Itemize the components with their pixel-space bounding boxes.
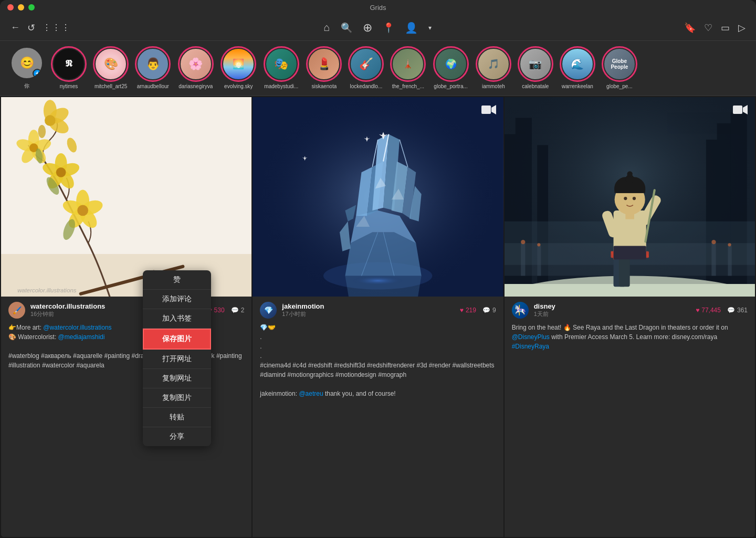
titlebar: Grids — [0, 0, 756, 15]
close-button[interactable] — [7, 4, 14, 10]
post2-footer: 💎 jakeinmotion 17小时前 ♥ 219 💬 9 💎🤝... #ci… — [253, 297, 503, 403]
svg-point-18 — [56, 167, 66, 177]
story-label-darias: dariasnegiryva — [178, 83, 213, 89]
toolbar-center: ⌂ 🔍 ⊕ 📍 👤 ▾ — [71, 21, 684, 35]
story-label-globepe: globe_pe... — [606, 83, 633, 89]
send-icon[interactable]: ▷ — [738, 22, 746, 34]
post3-comments: 💬 361 — [727, 307, 748, 314]
context-comment[interactable]: 添加评论 — [143, 290, 211, 309]
context-copy-image[interactable]: 复制图片 — [143, 388, 211, 408]
post-image-watercolor[interactable]: watercolor.illustrations 赞 添加评论 加入书签 保存图… — [1, 97, 251, 297]
svg-point-82 — [728, 243, 731, 246]
chevron-down-icon[interactable]: ▾ — [428, 24, 432, 31]
story-iammoteh[interactable]: 🎵 iammoteh — [477, 48, 510, 89]
story-label-siska: siskaenota — [311, 83, 337, 89]
story-label-mitchell: mitchell_art25 — [94, 83, 127, 89]
context-menu: 赞 添加评论 加入书签 保存图片 打开网址 复制网址 复制图片 转贴 分享 — [143, 270, 211, 446]
app-title: Grids — [370, 4, 386, 12]
story-label-nytimes: nytimes — [60, 83, 78, 89]
post-image-disney[interactable] — [505, 97, 755, 297]
post3-caption: Bring on the heat! 🔥 See Raya and the La… — [512, 321, 748, 351]
location-icon[interactable]: 📍 — [383, 22, 394, 34]
story-globe-portra[interactable]: 🌍 globe_portra... — [434, 48, 468, 89]
video-icon-post3 — [733, 104, 748, 115]
story-madeby[interactable]: 🎭 madebystudi... — [264, 48, 298, 89]
story-label-evolving: evolving.sky — [224, 83, 253, 89]
post1-comments: 💬 2 — [231, 307, 245, 314]
post-watercolor: watercolor.illustrations 赞 添加评论 加入书签 保存图… — [1, 97, 251, 537]
home-icon[interactable]: ⌂ — [323, 22, 330, 34]
minimize-button[interactable] — [18, 4, 24, 10]
story-french[interactable]: 🗼 the_french_... — [392, 48, 424, 89]
svg-rect-98 — [733, 106, 742, 114]
context-open-url[interactable]: 打开网址 — [143, 350, 211, 369]
post2-likes: ♥ 219 — [460, 307, 476, 314]
monitor-icon[interactable]: ▭ — [721, 22, 730, 34]
post1-username[interactable]: watercolor.illustrations — [30, 302, 105, 310]
add-icon[interactable]: ⊕ — [363, 21, 372, 35]
svg-rect-79 — [711, 243, 716, 276]
svg-point-78 — [537, 243, 540, 246]
context-bookmark[interactable]: 加入书签 — [143, 309, 211, 329]
story-warren[interactable]: 🌊 warrenkeelan — [561, 48, 594, 89]
post-crystal: 💎 jakeinmotion 17小时前 ♥ 219 💬 9 💎🤝... #ci… — [253, 97, 503, 537]
post-image-crystal[interactable] — [253, 97, 503, 297]
profile-icon[interactable]: 👤 — [405, 22, 418, 34]
context-like[interactable]: 赞 — [143, 270, 211, 290]
svg-text:watercolor.illustrations: watercolor.illustrations — [17, 287, 77, 293]
story-mitchell[interactable]: 🎨 mitchell_art25 — [94, 48, 127, 89]
svg-point-94 — [624, 197, 627, 200]
story-arnaud[interactable]: 👨 arnaudbellour — [136, 48, 169, 89]
story-darias[interactable]: 🌸 dariasnegiryva — [178, 48, 213, 89]
svg-point-95 — [633, 197, 636, 200]
post2-time: 17小时前 — [282, 310, 324, 318]
story-label-madeby: madebystudi... — [264, 83, 298, 89]
your-avatar: 😊 + — [10, 47, 43, 79]
post2-caption: 💎🤝... #cinema4d #c4d #redshift #redshift… — [260, 321, 496, 398]
bookmark-icon[interactable]: 🔖 — [684, 22, 696, 34]
add-story-icon: + — [33, 69, 42, 78]
svg-rect-88 — [613, 246, 646, 259]
svg-point-6 — [45, 115, 56, 126]
post2-avatar: 💎 — [260, 302, 277, 319]
back-button[interactable]: ← — [10, 22, 20, 33]
story-label-iammoteh: iammoteh — [482, 83, 505, 89]
toolbar: ← ↺ ⋮⋮⋮ ⌂ 🔍 ⊕ 📍 👤 ▾ 🔖 ♡ ▭ ▷ — [0, 15, 756, 41]
svg-rect-77 — [537, 246, 541, 276]
post-disney: 🎠 disney 1天前 ♥ 77,445 💬 361 Bring on the… — [505, 97, 755, 537]
story-label-arnaud: arnaudbellour — [137, 83, 169, 89]
svg-point-24 — [77, 205, 88, 216]
story-label-locked: lockedandlo... — [350, 83, 383, 89]
story-nytimes[interactable]: 𝕹 nytimes — [52, 48, 85, 89]
story-label-you: 你 — [24, 82, 29, 90]
sidebar-toggle[interactable]: ⋮⋮⋮ — [43, 23, 71, 33]
story-globepe[interactable]: Globe People globe_pe... — [603, 48, 636, 89]
context-repost[interactable]: 转贴 — [143, 408, 211, 427]
svg-point-93 — [627, 171, 632, 176]
svg-rect-81 — [728, 246, 731, 276]
story-siska[interactable]: 💄 siskaenota — [308, 48, 340, 89]
content-area: watercolor.illustrations 赞 添加评论 加入书签 保存图… — [0, 96, 756, 538]
post3-time: 1天前 — [534, 310, 555, 318]
context-share[interactable]: 分享 — [143, 427, 211, 446]
search-icon[interactable]: 🔍 — [341, 22, 352, 34]
stories-row: 😊 + 你 𝕹 nytimes 🎨 mitchell_art25 👨 arnau… — [0, 41, 756, 96]
story-you[interactable]: 😊 + 你 — [10, 47, 43, 90]
heart-icon[interactable]: ♡ — [704, 22, 712, 34]
story-evolving[interactable]: 🌅 evolving.sky — [222, 48, 255, 89]
story-locked[interactable]: 🎸 lockedandlo... — [350, 48, 382, 89]
svg-marker-99 — [743, 105, 748, 114]
post2-comments: 💬 9 — [482, 307, 496, 314]
svg-point-80 — [711, 240, 716, 244]
story-label-globe-portra: globe_portra... — [434, 83, 468, 89]
video-icon-post2 — [481, 104, 496, 115]
post1-time: 16分钟前 — [30, 310, 105, 318]
context-copy-url[interactable]: 复制网址 — [143, 369, 211, 388]
post3-username[interactable]: disney — [534, 302, 555, 310]
context-save[interactable]: 保存图片 — [143, 329, 211, 350]
story-caleb[interactable]: 📷 calebnatale — [519, 48, 552, 89]
svg-marker-59 — [345, 276, 422, 297]
post2-username[interactable]: jakeinmotion — [282, 302, 324, 310]
refresh-button[interactable]: ↺ — [27, 22, 35, 34]
maximize-button[interactable] — [28, 4, 35, 10]
